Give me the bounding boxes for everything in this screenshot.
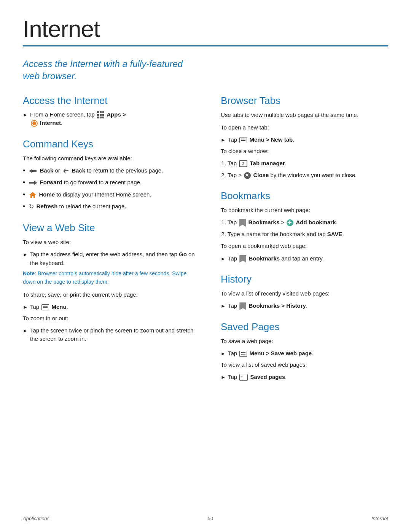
refresh-icon: ↻ — [29, 202, 34, 211]
apps-icon — [97, 111, 104, 118]
command-back: • Back or Back to return to the previo — [23, 166, 198, 175]
note-label: Note — [23, 270, 35, 276]
command-forward: • Forward to go forward to a recent page… — [23, 178, 198, 187]
share-intro: To share, save, or print the current web… — [23, 290, 198, 299]
view-web-site-title: View a Web Site — [23, 222, 198, 234]
open-tab-intro: To open a new tab: — [221, 123, 388, 132]
arrow-icon: ► — [221, 136, 226, 144]
internet-icon — [31, 120, 38, 127]
view-intro: To view a web site: — [23, 238, 198, 246]
svg-marker-4 — [34, 181, 37, 185]
arrow-icon: ► — [23, 111, 28, 119]
view-note: Note: Browser controls automatically hid… — [23, 270, 198, 286]
open-tab-bullet: ► Tap Menu > New tab. — [221, 136, 388, 144]
page-title: Internet — [23, 15, 388, 42]
close-tab-list: Tap 2 Tab manager. Tap > Close by the wi… — [221, 159, 388, 179]
arrow-icon: ► — [23, 304, 28, 311]
close-tab-step2: Tap > Close by the windows you want to c… — [228, 171, 388, 180]
saved-pages-list-bullet: ► Tap Saved pages. — [221, 373, 388, 382]
zoom-intro: To zoom in or out: — [23, 314, 198, 323]
internet-label: Internet — [40, 120, 61, 126]
close-icon — [244, 172, 251, 179]
left-column: Access the Internet ► From a Home screen… — [23, 95, 198, 384]
history-bullet: ► Tap Bookmarks > History. — [221, 302, 388, 310]
bookmark-icon — [239, 302, 246, 310]
close-tab-step1: Tap 2 Tab manager. — [228, 159, 388, 168]
svg-rect-1 — [32, 170, 37, 172]
saved-pages-title: Saved Pages — [221, 321, 388, 333]
apps-label: Apps > — [107, 111, 126, 118]
access-internet-bullet: ► From a Home screen, tap Apps > Interne… — [23, 110, 198, 128]
home-icon — [29, 191, 37, 199]
footer-center: 50 — [208, 516, 213, 521]
footer-right: Internet — [371, 516, 388, 521]
back-hw-icon — [29, 168, 37, 174]
menu-icon — [41, 304, 49, 310]
back-sw-icon — [62, 168, 69, 174]
bullet-dot-icon: • — [23, 166, 25, 175]
svg-marker-5 — [29, 192, 36, 198]
svg-marker-0 — [29, 169, 32, 173]
two-column-layout: Access the Internet ► From a Home screen… — [23, 95, 388, 384]
access-internet-title: Access the Internet — [23, 95, 198, 107]
bookmarks-intro: To bookmark the current web page: — [221, 206, 388, 214]
page: Internet Access the Internet with a full… — [0, 0, 411, 532]
footer: Applications 50 Internet — [23, 516, 388, 521]
add-bookmark-icon — [287, 219, 293, 226]
history-intro: To view a list of recently visited web p… — [221, 289, 388, 298]
saved-pages-body: To save a web page: ► Tap Menu > Save we… — [221, 337, 388, 382]
share-bullet: ► Tap Menu. — [23, 303, 198, 312]
browser-tabs-intro: Use tabs to view multiple web pages at t… — [221, 110, 388, 119]
command-keys-body: The following command keys are available… — [23, 154, 198, 211]
menu-icon — [239, 351, 247, 357]
bookmark-step2: Type a name for the bookmark and tap SAV… — [228, 230, 388, 239]
browser-tabs-body: Use tabs to view multiple web pages at t… — [221, 110, 388, 179]
command-refresh: • ↻ Refresh to reload the current page. — [23, 202, 198, 211]
open-bookmark-intro: To open a bookmarked web page: — [221, 241, 388, 250]
access-internet-text: From a Home screen, tap Apps > Internet. — [30, 110, 126, 128]
bookmark-icon — [239, 219, 246, 227]
saved-pages-save-intro: To save a web page: — [221, 337, 388, 345]
history-body: To view a list of recently visited web p… — [221, 289, 388, 310]
bookmark-step1: Tap Bookmarks > Add bookmark. — [228, 218, 388, 227]
close-tab-intro: To close a window: — [221, 147, 388, 155]
command-home: • Home to display your Internet Home scr… — [23, 190, 198, 199]
arrow-icon: ► — [221, 350, 226, 358]
open-bookmark-bullet: ► Tap Bookmarks and tap an entry. — [221, 254, 388, 263]
bullet-dot-icon: • — [23, 178, 25, 187]
history-title: History — [221, 273, 388, 285]
page-subtitle: Access the Internet with a fully-feature… — [23, 58, 190, 83]
arrow-icon: ► — [221, 374, 226, 381]
arrow-icon: ► — [221, 255, 226, 263]
tab-manager-icon: 2 — [239, 160, 247, 167]
svg-rect-3 — [29, 182, 34, 184]
zoom-bullet: ► Tap the screen twice or pinch the scre… — [23, 326, 198, 343]
bullet-dot-icon: • — [23, 190, 25, 199]
view-web-site-body: To view a web site: ► Tap the address fi… — [23, 238, 198, 343]
bookmarks-title: Bookmarks — [221, 190, 388, 202]
saved-pages-icon — [239, 374, 248, 381]
footer-left: Applications — [23, 516, 49, 521]
browser-tabs-title: Browser Tabs — [221, 95, 388, 107]
menu-icon — [239, 137, 247, 143]
bookmarks-list: Tap Bookmarks > Add bookmark. Type a nam… — [221, 218, 388, 238]
title-rule — [23, 45, 388, 46]
bookmark-icon — [239, 255, 246, 263]
right-column: Browser Tabs Use tabs to view multiple w… — [221, 95, 388, 384]
saved-pages-save-bullet: ► Tap Menu > Save web page. — [221, 349, 388, 358]
command-keys-intro: The following command keys are available… — [23, 154, 198, 163]
arrow-icon: ► — [23, 251, 28, 259]
forward-icon — [29, 180, 37, 185]
arrow-icon: ► — [23, 327, 28, 335]
saved-pages-list-intro: To view a list of saved web pages: — [221, 360, 388, 369]
command-keys-title: Command Keys — [23, 138, 198, 150]
arrow-icon: ► — [221, 302, 226, 310]
bookmarks-body: To bookmark the current web page: Tap Bo… — [221, 206, 388, 263]
bullet-dot-icon: • — [23, 202, 25, 211]
access-internet-body: ► From a Home screen, tap Apps > Interne… — [23, 110, 198, 128]
view-bullet: ► Tap the address field, enter the web a… — [23, 250, 198, 267]
